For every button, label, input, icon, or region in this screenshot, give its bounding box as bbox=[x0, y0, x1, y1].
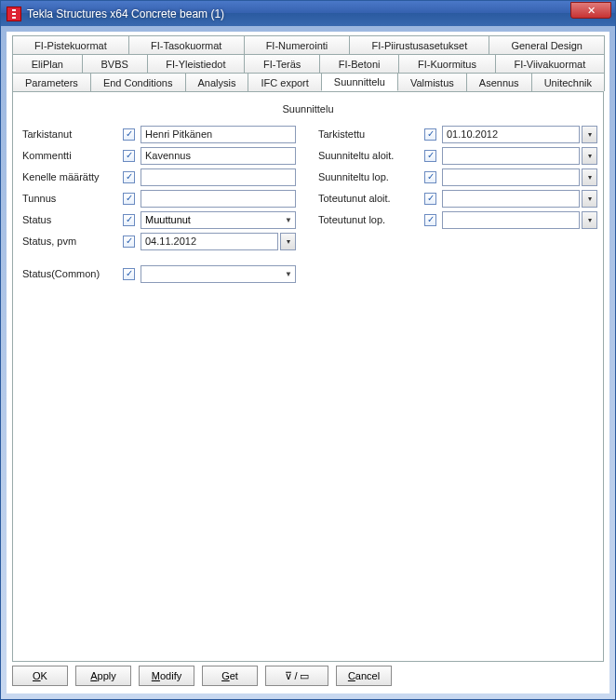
tab-analysis[interactable]: Analysis bbox=[185, 73, 249, 91]
input-statuspvm[interactable] bbox=[141, 233, 278, 250]
window-title: Tekla Structures x64 Concrete beam (1) bbox=[27, 7, 570, 20]
tab-eliplan[interactable]: EliPlan bbox=[12, 54, 83, 73]
tab-general-design[interactable]: General Design bbox=[489, 35, 605, 54]
left-column: Tarkistanut ✓ Kommentti ✓ Kenelle määrät… bbox=[22, 124, 296, 285]
check-statuspvm[interactable]: ✓ bbox=[123, 236, 135, 248]
check-status[interactable]: ✓ bbox=[123, 214, 135, 226]
toggle-off-icon: ▭ bbox=[300, 670, 309, 682]
tab-bvbs[interactable]: BVBS bbox=[82, 54, 148, 73]
input-tarkistanut[interactable] bbox=[141, 126, 296, 143]
page-title: Suunnittelu bbox=[22, 103, 594, 114]
input-tot-lop[interactable] bbox=[442, 211, 580, 229]
label-status: Status bbox=[22, 214, 123, 225]
tab-fi-teras[interactable]: FI-Teräs bbox=[244, 54, 320, 73]
combo-status[interactable]: Muuttunut ▼ bbox=[141, 211, 296, 229]
tab-suunnittelu[interactable]: Suunnittelu bbox=[321, 73, 398, 91]
check-kenelle[interactable]: ✓ bbox=[123, 171, 135, 183]
date-dropdown-suun-aloit[interactable]: ▾ bbox=[582, 147, 597, 165]
label-tot-aloit: Toteutunut aloit. bbox=[318, 193, 424, 204]
date-dropdown-statuspvm[interactable]: ▾ bbox=[280, 233, 296, 250]
input-tunnus[interactable] bbox=[141, 190, 296, 208]
tab-fi-pistekuormat[interactable]: FI-Pistekuormat bbox=[12, 35, 129, 54]
combo-statuscommon[interactable]: ▼ bbox=[141, 265, 296, 283]
tab-unitechnik[interactable]: Unitechnik bbox=[531, 73, 605, 91]
label-tunnus: Tunnus bbox=[22, 193, 123, 204]
cancel-button[interactable]: Cancel bbox=[336, 666, 392, 686]
client-area: FI-Pistekuormat FI-Tasokuormat FI-Numero… bbox=[1, 26, 615, 699]
input-suun-aloit[interactable] bbox=[442, 147, 580, 165]
tab-fi-viivakuormat[interactable]: FI-Viivakuormat bbox=[495, 54, 605, 73]
input-kenelle[interactable] bbox=[141, 168, 296, 186]
input-tarkistettu[interactable] bbox=[442, 126, 580, 143]
get-button[interactable]: Get bbox=[202, 666, 258, 686]
input-kommentti[interactable] bbox=[141, 147, 296, 165]
label-tarkistettu: Tarkistettu bbox=[318, 128, 424, 140]
label-statuscommon: Status(Common) bbox=[22, 268, 123, 279]
tab-valmistus[interactable]: Valmistus bbox=[397, 73, 467, 91]
check-suun-aloit[interactable]: ✓ bbox=[424, 150, 436, 162]
titlebar: Tekla Structures x64 Concrete beam (1) ✕ bbox=[1, 1, 615, 27]
input-suun-lop[interactable] bbox=[442, 168, 580, 186]
modify-button[interactable]: Modify bbox=[139, 666, 194, 686]
button-bar: OK Apply Modify Get ⊽ / ▭ Cancel bbox=[12, 662, 604, 688]
input-tot-aloit[interactable] bbox=[442, 190, 580, 208]
chevron-down-icon: ▼ bbox=[285, 270, 292, 278]
check-statuscommon[interactable]: ✓ bbox=[123, 268, 135, 280]
label-kommentti: Kommentti bbox=[22, 150, 123, 161]
check-tunnus[interactable]: ✓ bbox=[123, 193, 135, 205]
toggle-divider: / bbox=[294, 670, 297, 681]
label-suun-lop: Suunniteltu lop. bbox=[318, 171, 424, 182]
label-tarkistanut: Tarkistanut bbox=[22, 128, 123, 140]
label-tot-lop: Toteutunut lop. bbox=[318, 214, 424, 225]
tab-fi-tasokuormat[interactable]: FI-Tasokuormat bbox=[128, 35, 245, 54]
check-tot-aloit[interactable]: ✓ bbox=[424, 193, 436, 205]
tab-page-suunnittelu: Suunnittelu Tarkistanut ✓ Kommentti ✓ Ke… bbox=[12, 91, 604, 662]
ok-button[interactable]: OK bbox=[12, 666, 68, 686]
apply-button[interactable]: Apply bbox=[75, 666, 131, 686]
tab-fi-yleistiedot[interactable]: FI-Yleistiedot bbox=[147, 54, 246, 73]
tab-ifc-export[interactable]: IFC export bbox=[248, 73, 321, 91]
label-kenelle: Kenelle määrätty bbox=[22, 171, 123, 182]
tab-fi-numerointi[interactable]: FI-Numerointi bbox=[244, 35, 351, 54]
tab-end-conditions[interactable]: End Conditions bbox=[90, 73, 186, 91]
date-dropdown-tot-aloit[interactable]: ▾ bbox=[582, 190, 597, 208]
right-column: Tarkistettu ✓ ▾ Suunniteltu aloit. ✓ ▾ bbox=[318, 124, 597, 285]
app-icon bbox=[7, 7, 21, 21]
date-dropdown-tot-lop[interactable]: ▾ bbox=[582, 211, 597, 229]
label-statuspvm: Status, pvm bbox=[22, 236, 123, 247]
chevron-down-icon: ▼ bbox=[285, 216, 292, 224]
tab-fi-betoni[interactable]: FI-Betoni bbox=[319, 54, 399, 73]
combo-status-value: Muuttunut bbox=[145, 214, 191, 225]
toggle-on-icon: ⊽ bbox=[285, 670, 292, 682]
toggle-on-off[interactable]: ⊽ / ▭ bbox=[265, 666, 328, 686]
tab-parameters[interactable]: Parameters bbox=[12, 73, 91, 91]
date-dropdown-suun-lop[interactable]: ▾ bbox=[582, 168, 597, 186]
check-tot-lop[interactable]: ✓ bbox=[424, 214, 436, 226]
date-dropdown-tarkistettu[interactable]: ▾ bbox=[582, 126, 597, 143]
check-kommentti[interactable]: ✓ bbox=[123, 150, 135, 162]
check-suun-lop[interactable]: ✓ bbox=[424, 171, 436, 183]
close-button[interactable]: ✕ bbox=[570, 2, 611, 19]
check-tarkistanut[interactable]: ✓ bbox=[123, 128, 135, 141]
tab-fi-piirustusasetukset[interactable]: FI-Piirustusasetukset bbox=[349, 35, 489, 54]
check-tarkistettu[interactable]: ✓ bbox=[424, 128, 436, 141]
label-suun-aloit: Suunniteltu aloit. bbox=[318, 150, 424, 161]
tab-fi-kuormitus[interactable]: FI-Kuormitus bbox=[398, 54, 495, 73]
tab-strip: FI-Pistekuormat FI-Tasokuormat FI-Numero… bbox=[12, 35, 604, 91]
tab-asennus[interactable]: Asennus bbox=[466, 73, 532, 91]
